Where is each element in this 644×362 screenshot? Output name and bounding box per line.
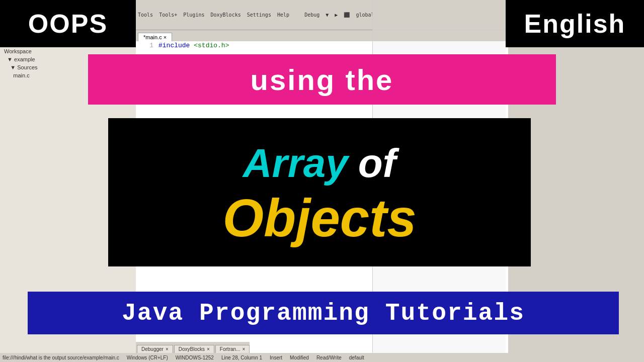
array-objects-panel: Array of Objects (108, 118, 531, 266)
fortran-tab[interactable]: Fortran... × (215, 345, 250, 353)
doxyblocks-tab[interactable]: DoxyBlocks × (174, 345, 214, 353)
status-encoding: WINDOWS-1252 (176, 355, 214, 360)
objects-text: Objects (222, 189, 416, 247)
objects-line: Objects (222, 192, 416, 244)
status-read-write: Read/Write (316, 355, 342, 360)
array-text: Array (243, 140, 348, 187)
doxyblocks-tab-close[interactable]: × (207, 346, 210, 352)
using-the-banner: using the (88, 54, 556, 105)
status-line-col: Line 28, Column 1 (221, 355, 262, 360)
debugger-tab-close[interactable]: × (166, 346, 169, 352)
status-bar: file:///hindi/what is the output source/… (0, 353, 644, 362)
status-insert: Insert (270, 355, 282, 360)
english-banner: English (506, 0, 644, 47)
oops-banner: OOPS (0, 0, 136, 47)
doxyblocks-tab-label: DoxyBlocks (179, 346, 205, 352)
status-path: file:///hindi/what is the output source/… (3, 355, 119, 360)
file-tab[interactable]: *main.c × (138, 33, 172, 41)
bottom-tabs-bar: Debugger × DoxyBlocks × Fortran... × (136, 342, 250, 353)
array-of-line: Array of (243, 140, 396, 187)
status-line-ending: Windows (CR+LF) (127, 355, 168, 360)
status-modified: Modified (290, 355, 309, 360)
status-default: default (349, 355, 364, 360)
oops-label: OOPS (28, 9, 108, 39)
english-label: English (524, 9, 626, 39)
java-tutorials-text: Java Programming Tutorials (122, 300, 525, 327)
using-the-text: using the (251, 63, 394, 97)
java-tutorials-banner: Java Programming Tutorials (28, 292, 619, 334)
of-text: of (358, 140, 396, 187)
debugger-tab[interactable]: Debugger × (137, 345, 173, 353)
fortran-tab-close[interactable]: × (242, 346, 245, 352)
fortran-tab-label: Fortran... (220, 346, 240, 352)
debugger-tab-label: Debugger (141, 346, 164, 352)
